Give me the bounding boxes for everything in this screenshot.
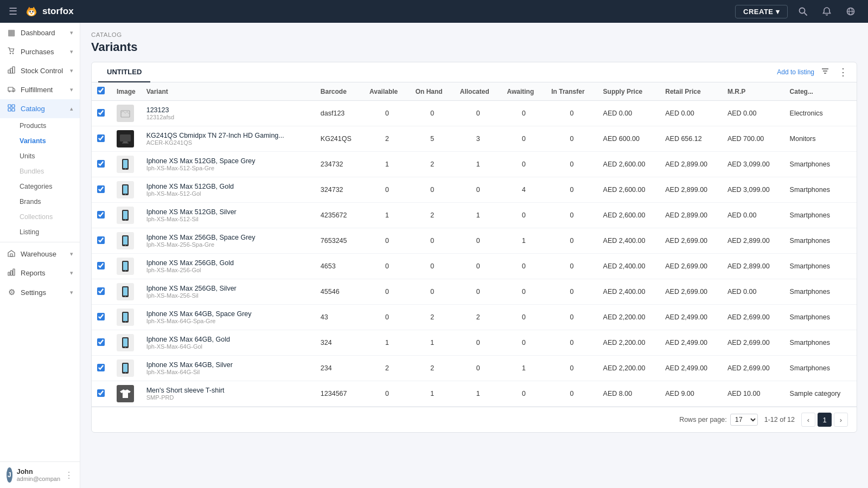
page-1-button[interactable]: 1 [818, 413, 832, 427]
row-checkbox-cell[interactable] [92, 356, 111, 381]
row-available: 1 [364, 152, 410, 177]
row-supply-price: AED 2,600.00 [598, 177, 660, 203]
table-row: 123123 12312afsd dasf123 0 0 0 0 0 AED 0… [92, 101, 857, 126]
row-checkbox[interactable] [97, 211, 105, 219]
row-in-transfer: 0 [546, 305, 597, 330]
filter-button[interactable] [819, 65, 832, 80]
row-in-transfer: 0 [546, 381, 597, 407]
svg-point-47 [125, 245, 126, 246]
select-all-checkbox[interactable] [97, 87, 105, 94]
row-in-transfer: 0 [546, 254, 597, 279]
row-in-transfer: 0 [546, 177, 597, 203]
row-in-transfer: 0 [546, 203, 597, 228]
row-variant-cell: Iphone XS Max 64GB, Gold Iph-XS-Max-64G-… [141, 330, 315, 356]
row-allocated: 2 [455, 305, 502, 330]
sidebar-item-catalog[interactable]: Catalog ▴ [0, 99, 80, 118]
row-checkbox[interactable] [97, 364, 105, 371]
row-checkbox[interactable] [97, 134, 105, 142]
row-checkbox-cell[interactable] [92, 279, 111, 305]
next-page-button[interactable]: › [834, 413, 848, 427]
row-checkbox-cell[interactable] [92, 305, 111, 330]
sidebar-item-dashboard[interactable]: ▦ Dashboard ▾ [0, 23, 80, 42]
row-checkbox-cell[interactable] [92, 203, 111, 228]
add-to-listing-link[interactable]: Add to listing [777, 68, 814, 76]
row-checkbox-cell[interactable] [92, 228, 111, 254]
row-variant-cell: Iphone XS Max 256GB, Gold Iph-XS-Max-256… [141, 254, 315, 279]
row-available: 0 [364, 228, 410, 254]
row-checkbox[interactable] [97, 389, 105, 397]
sidebar-item-variants[interactable]: Variants [20, 133, 80, 149]
notifications-button[interactable] [818, 3, 835, 20]
row-checkbox[interactable] [97, 185, 105, 193]
row-image-cell [111, 305, 141, 330]
row-in-transfer: 0 [546, 101, 597, 126]
variant-name: 123123 [146, 106, 310, 114]
user-options-icon[interactable]: ⋮ [65, 470, 73, 480]
row-checkbox[interactable] [97, 338, 105, 346]
row-checkbox[interactable] [97, 236, 105, 244]
sidebar-item-brands[interactable]: Brands [20, 194, 80, 209]
sidebar-item-warehouse[interactable]: Warehouse ▾ [0, 245, 80, 264]
row-in-transfer: 0 [546, 228, 597, 254]
sidebar-item-reports[interactable]: Reports ▾ [0, 264, 80, 282]
svg-point-56 [125, 322, 126, 323]
sidebar-item-stock-control[interactable]: Stock Control ▾ [0, 61, 80, 80]
user-profile[interactable]: J John admin@compan ⋮ [0, 461, 80, 488]
prev-page-button[interactable]: ‹ [801, 413, 815, 427]
row-checkbox-cell[interactable] [92, 381, 111, 407]
globe-button[interactable] [842, 3, 859, 20]
warehouse-icon [7, 249, 16, 259]
row-checkbox[interactable] [97, 287, 105, 295]
row-supply-price: AED 2,400.00 [598, 279, 660, 305]
top-navigation: ☰ storfox CREATE ▾ [0, 0, 868, 23]
sidebar-label-reports: Reports [21, 269, 46, 277]
row-checkbox-cell[interactable] [92, 152, 111, 177]
sidebar-item-fulfillment[interactable]: Fulfillment ▾ [0, 80, 80, 99]
row-image-cell [111, 152, 141, 177]
sidebar-label-purchases: Purchases [21, 48, 54, 56]
table-row: Iphone XS Max 256GB, Gold Iph-XS-Max-256… [92, 254, 857, 279]
row-checkbox-cell[interactable] [92, 126, 111, 152]
row-on-hand: 2 [410, 152, 455, 177]
rows-per-page-select[interactable]: 17 25 50 100 [730, 414, 758, 426]
settings-icon: ⚙ [7, 287, 16, 297]
row-allocated: 0 [455, 228, 502, 254]
row-mrp: AED 2,699.00 [722, 356, 784, 381]
row-checkbox[interactable] [97, 160, 105, 168]
row-checkbox-cell[interactable] [92, 177, 111, 203]
row-checkbox[interactable] [97, 262, 105, 269]
row-awaiting: 1 [501, 356, 546, 381]
sidebar-item-categories[interactable]: Categories [20, 179, 80, 194]
sidebar-item-settings[interactable]: ⚙ Settings ▾ [0, 282, 80, 302]
row-awaiting: 0 [501, 254, 546, 279]
search-button[interactable] [794, 3, 812, 20]
search-icon [798, 7, 808, 16]
row-checkbox[interactable] [97, 109, 105, 117]
create-button[interactable]: CREATE ▾ [735, 5, 788, 18]
row-checkbox-cell[interactable] [92, 254, 111, 279]
row-checkbox-cell[interactable] [92, 101, 111, 126]
row-retail-price: AED 2,499.00 [660, 330, 722, 356]
row-checkbox-cell[interactable] [92, 330, 111, 356]
row-supply-price: AED 2,600.00 [598, 203, 660, 228]
row-image-cell [111, 330, 141, 356]
hamburger-icon[interactable]: ☰ [9, 5, 17, 17]
settings-chevron: ▾ [70, 289, 73, 296]
variant-sku: Iph-XS-Max-256-Gol [146, 267, 310, 273]
row-checkbox[interactable] [97, 313, 105, 320]
row-on-hand: 0 [410, 279, 455, 305]
tab-untitled[interactable]: UNTITLED [98, 62, 150, 82]
header-barcode: Barcode [315, 82, 364, 101]
sidebar-item-listing[interactable]: Listing [20, 224, 80, 240]
variant-sku: 12312afsd [146, 114, 310, 120]
more-options-button[interactable]: ⋮ [836, 64, 850, 80]
svg-rect-58 [123, 338, 127, 346]
sidebar-item-purchases[interactable]: Purchases ▾ [0, 42, 80, 61]
row-mrp: AED 10.00 [722, 381, 784, 407]
row-supply-price: AED 2,200.00 [598, 330, 660, 356]
reports-icon [7, 268, 16, 278]
sidebar-item-products[interactable]: Products [20, 118, 80, 133]
row-allocated: 0 [455, 356, 502, 381]
sidebar-item-units[interactable]: Units [20, 149, 80, 164]
row-barcode: 4235672 [315, 203, 364, 228]
